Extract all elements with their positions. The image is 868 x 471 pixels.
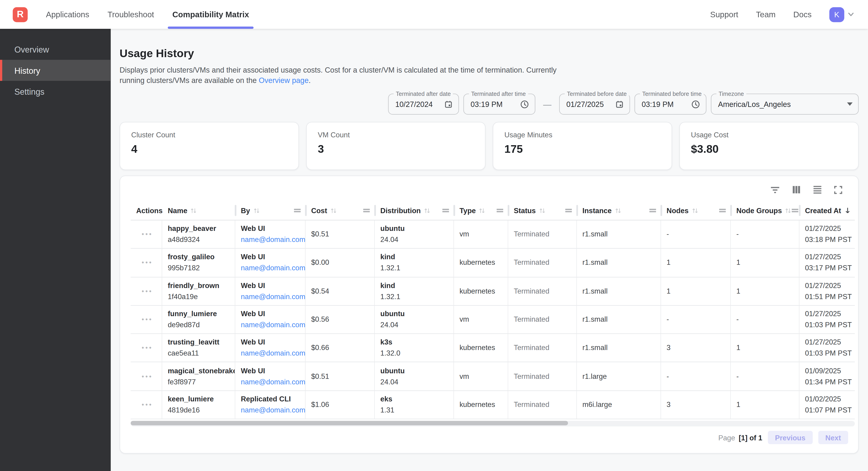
created-at-cell: 01/27/2025 03:18 PM PST [799,220,855,248]
column-header-instance[interactable]: Instance [577,201,661,220]
created-by-source: Web UI [241,223,302,234]
sort-desc-icon[interactable] [844,206,851,214]
sidebar-item-settings[interactable]: Settings [0,81,111,102]
density-icon[interactable] [813,185,822,195]
created-by-email-link[interactable]: name@domain.com [241,349,305,357]
calendar-icon[interactable] [444,100,453,109]
cluster-id: 995b7182 [168,263,231,274]
name-cell: keen_lumiere 4819de16 [162,391,235,419]
created-by-email-link[interactable]: name@domain.com [241,264,305,272]
stat-card-usage-minutes: Usage Minutes 175 [493,122,672,170]
row-actions-cell: ••• [131,391,162,419]
filter-icon[interactable] [770,185,780,195]
column-header-nodes[interactable]: Nodes [661,201,731,220]
sidebar-item-overview[interactable]: Overview [0,39,111,60]
column-menu-icon[interactable] [719,207,726,214]
row-actions-button[interactable]: ••• [142,287,153,295]
column-menu-icon[interactable] [294,207,301,214]
calendar-icon[interactable] [615,100,624,109]
sidebar-item-history[interactable]: History [0,60,111,81]
node-groups-value: 1 [736,257,796,268]
column-label: By [241,206,250,214]
created-by-email-link[interactable]: name@domain.com [241,406,305,414]
column-menu-icon[interactable] [565,207,572,214]
created-by-source: Web UI [241,252,302,263]
brand-logo[interactable]: R [13,7,28,22]
terminated-before-time-field[interactable]: Terminated before time 03:19 PM [634,93,706,115]
sort-icon[interactable] [478,207,486,214]
created-by-email-link[interactable]: name@domain.com [241,235,305,244]
column-label: Distribution [380,206,421,214]
row-actions-button[interactable]: ••• [142,259,153,267]
row-actions-button[interactable]: ••• [142,230,153,238]
by-cell: Web UI name@domain.com [235,305,306,333]
name-cell: trusting_leavitt cae5ea11 [162,334,235,362]
columns-icon[interactable] [792,185,801,195]
horizontal-scrollbar-track[interactable] [131,421,855,426]
previous-page-button[interactable]: Previous [768,431,812,444]
next-page-button[interactable]: Next [818,431,848,444]
clock-icon[interactable] [691,99,700,109]
field-label: Terminated after date [394,90,453,97]
horizontal-scrollbar-thumb[interactable] [131,421,568,425]
avatar-initial: K [834,10,839,19]
sort-icon[interactable] [691,207,699,214]
column-menu-icon[interactable] [792,207,799,214]
column-header-distribution[interactable]: Distribution [375,201,454,220]
row-actions-button[interactable]: ••• [142,373,153,380]
created-by-email-link[interactable]: name@domain.com [241,378,305,386]
nodes-value: 1 [666,257,727,268]
column-header-created-at[interactable]: Created At [799,201,855,220]
page-description: Displays prior clusters/VMs and their as… [120,65,565,86]
clock-icon[interactable] [520,99,529,109]
created-by-email-link[interactable]: name@domain.com [241,321,305,329]
column-header-by[interactable]: By [235,201,306,220]
terminated-after-time-field[interactable]: Terminated after time 03:19 PM [464,93,535,115]
row-actions-button[interactable]: ••• [142,344,153,352]
tab-compatibility-matrix[interactable]: Compatibility Matrix [172,0,249,29]
row-actions-button[interactable]: ••• [142,401,153,409]
sort-icon[interactable] [785,207,792,214]
sort-icon[interactable] [424,207,431,214]
sort-icon[interactable] [253,207,260,214]
cluster-id: de9ed87d [168,320,231,331]
overview-page-link[interactable]: Overview page [259,77,308,85]
date-range-separator: — [543,99,552,109]
column-menu-icon[interactable] [442,207,449,214]
tab-troubleshoot[interactable]: Troubleshoot [107,0,154,29]
cost-value: $0.56 [311,314,371,325]
tab-applications[interactable]: Applications [46,0,89,29]
avatar[interactable]: K [829,7,844,22]
column-header-name[interactable]: Name [162,201,235,220]
sort-icon[interactable] [190,207,197,214]
nav-link-docs[interactable]: Docs [793,10,812,19]
nav-link-support[interactable]: Support [710,10,738,19]
dropdown-caret-icon[interactable] [847,102,852,106]
column-header-type[interactable]: Type [454,201,508,220]
nav-link-team[interactable]: Team [756,10,776,19]
row-actions-button[interactable]: ••• [142,316,153,324]
terminated-before-date-field[interactable]: Terminated before date 01/27/2025 [559,93,630,115]
account-menu[interactable]: K [829,7,855,22]
column-label: Created At [805,206,841,214]
column-label: Instance [582,206,612,214]
status-badge: Terminated [514,371,573,382]
sort-icon[interactable] [614,207,621,214]
nodes-value: 3 [666,343,727,353]
created-at-cell: 01/09/2025 01:34 PM PST [799,362,855,390]
cluster-id: 4819de16 [168,405,231,416]
column-header-node-groups[interactable]: Node Groups [731,201,799,220]
column-menu-icon[interactable] [649,207,656,214]
column-menu-icon[interactable] [497,207,503,214]
created-by-email-link[interactable]: name@domain.com [241,292,305,300]
chevron-down-icon[interactable] [847,10,855,19]
sort-icon[interactable] [330,207,337,214]
column-header-cost[interactable]: Cost [306,201,375,220]
timezone-select[interactable]: Timezone America/Los_Angeles [711,93,859,115]
column-menu-icon[interactable] [363,207,370,214]
column-header-status[interactable]: Status [508,201,577,220]
sort-icon[interactable] [538,207,546,214]
terminated-after-date-field[interactable]: Terminated after date 10/27/2024 [388,93,459,115]
cost-value: $0.51 [311,371,371,382]
fullscreen-icon[interactable] [834,185,842,194]
